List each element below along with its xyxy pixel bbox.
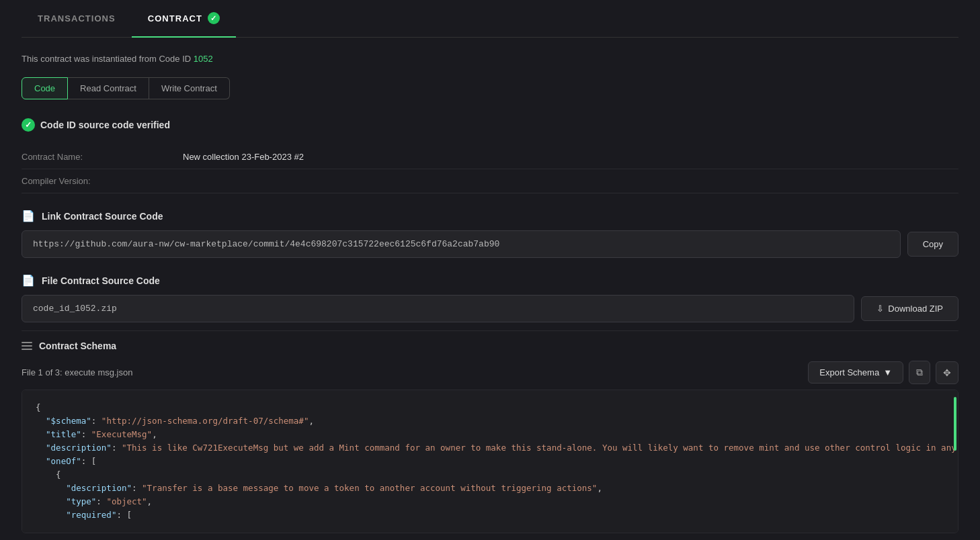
sub-tabs: Code Read Contract Write Contract <box>22 77 958 99</box>
code-id-link[interactable]: 1052 <box>194 54 213 64</box>
schema-section-header: Contract Schema <box>22 330 958 361</box>
source-url-field: https://github.com/aura-nw/cw-marketplac… <box>22 230 901 258</box>
file-source-icon: 📄 <box>22 274 35 287</box>
compiler-version-row: Compiler Version: <box>22 169 958 193</box>
file-info-bar: File 1 of 3: execute msg.json Export Sch… <box>22 361 958 384</box>
verified-check-icon: ✓ <box>22 118 35 132</box>
chevron-down-icon: ▼ <box>883 367 892 377</box>
link-source-row: https://github.com/aura-nw/cw-marketplac… <box>22 230 958 258</box>
link-file-icon: 📄 <box>22 210 35 222</box>
download-icon: ⇩ <box>876 304 884 314</box>
export-schema-button[interactable]: Export Schema ▼ <box>808 361 903 384</box>
main-tabs: TRANSACTIONS CONTRACT ✓ <box>22 0 958 38</box>
sub-tab-read[interactable]: Read Contract <box>68 77 149 99</box>
copy-schema-button[interactable]: ⧉ <box>909 361 930 384</box>
file-actions: Export Schema ▼ ⧉ ✥ <box>808 361 958 384</box>
copy-icon: ⧉ <box>916 367 923 378</box>
file-source-header: 📄 File Contract Source Code <box>22 274 958 287</box>
contract-verified-icon: ✓ <box>208 12 220 24</box>
filename-field: code_id_1052.zip <box>22 295 854 322</box>
file-source-row: code_id_1052.zip ⇩ Download ZIP <box>22 295 958 322</box>
content-area: This contract was instantiated from Code… <box>22 38 958 540</box>
scroll-bar[interactable] <box>954 397 956 451</box>
link-source-header: 📄 Link Contract Source Code <box>22 210 958 222</box>
contract-name-row: Contract Name: New collection 23-Feb-202… <box>22 145 958 169</box>
tab-contract[interactable]: CONTRACT ✓ <box>132 0 236 38</box>
sub-tab-write[interactable]: Write Contract <box>149 77 230 99</box>
instantiated-info: This contract was instantiated from Code… <box>22 54 958 64</box>
verified-badge: ✓ Code ID source code verified <box>22 118 958 132</box>
file-info-text: File 1 of 3: execute msg.json <box>22 367 132 377</box>
contract-name-label: Contract Name: <box>22 152 183 162</box>
hamburger-icon <box>22 342 32 350</box>
copy-button[interactable]: Copy <box>907 232 958 257</box>
contract-name-value: New collection 23-Feb-2023 #2 <box>183 152 304 162</box>
compiler-label: Compiler Version: <box>22 176 183 186</box>
code-content: { "$schema": "http://json-schema.org/dra… <box>36 401 944 522</box>
expand-schema-button[interactable]: ✥ <box>936 361 958 384</box>
schema-code-block: { "$schema": "http://json-schema.org/dra… <box>22 390 958 533</box>
expand-icon: ✥ <box>943 367 951 378</box>
sub-tab-code[interactable]: Code <box>22 77 68 99</box>
download-zip-button[interactable]: ⇩ Download ZIP <box>861 296 958 321</box>
tab-transactions[interactable]: TRANSACTIONS <box>22 0 132 38</box>
